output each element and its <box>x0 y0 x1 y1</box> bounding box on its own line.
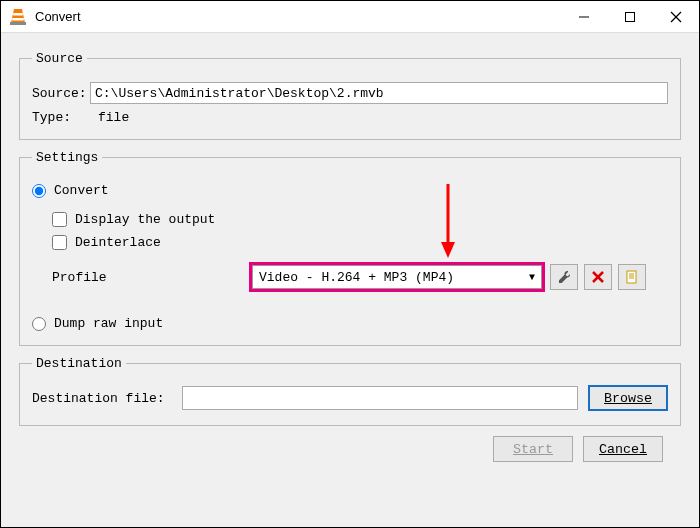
settings-group: Settings Convert Display the output Dein… <box>19 150 681 346</box>
edit-profile-button[interactable] <box>550 264 578 290</box>
destination-group: Destination Destination file: Browse <box>19 356 681 426</box>
maximize-button[interactable] <box>607 1 653 32</box>
wrench-icon <box>556 269 572 285</box>
svg-rect-10 <box>627 271 636 283</box>
type-label: Type: <box>32 110 90 125</box>
svg-rect-1 <box>13 13 23 16</box>
profile-dropdown[interactable]: Video - H.264 + MP3 (MP4) ▼ <box>252 265 542 289</box>
dump-raw-radio[interactable] <box>32 317 46 331</box>
display-output-checkbox[interactable] <box>52 212 67 227</box>
titlebar: Convert <box>1 1 699 33</box>
settings-legend: Settings <box>32 150 102 165</box>
source-label: Source: <box>32 86 90 101</box>
new-profile-button[interactable] <box>618 264 646 290</box>
destination-file-label: Destination file: <box>32 391 182 406</box>
deinterlace-label: Deinterlace <box>75 235 161 250</box>
close-button[interactable] <box>653 1 699 32</box>
type-value: file <box>98 110 129 125</box>
destination-legend: Destination <box>32 356 126 371</box>
svg-rect-5 <box>626 12 635 21</box>
window-title: Convert <box>35 9 561 24</box>
start-button[interactable]: Start <box>493 436 573 462</box>
convert-radio[interactable] <box>32 184 46 198</box>
window-controls <box>561 1 699 32</box>
profile-label: Profile <box>52 270 252 285</box>
display-output-label: Display the output <box>75 212 215 227</box>
destination-file-input[interactable] <box>182 386 578 410</box>
source-legend: Source <box>32 51 87 66</box>
convert-label: Convert <box>54 183 109 198</box>
deinterlace-checkbox[interactable] <box>52 235 67 250</box>
source-group: Source Source: Type: file <box>19 51 681 140</box>
minimize-button[interactable] <box>561 1 607 32</box>
cancel-button[interactable]: Cancel <box>583 436 663 462</box>
x-icon <box>591 270 605 284</box>
chevron-down-icon: ▼ <box>529 272 535 283</box>
profile-selected-value: Video - H.264 + MP3 (MP4) <box>259 270 454 285</box>
source-path-input[interactable] <box>90 82 668 104</box>
delete-profile-button[interactable] <box>584 264 612 290</box>
svg-rect-2 <box>12 18 24 21</box>
dump-raw-label: Dump raw input <box>54 316 163 331</box>
vlc-icon <box>9 8 27 26</box>
browse-button[interactable]: Browse <box>588 385 668 411</box>
svg-rect-3 <box>10 22 26 25</box>
svg-marker-0 <box>11 9 25 23</box>
new-file-icon <box>625 270 639 284</box>
